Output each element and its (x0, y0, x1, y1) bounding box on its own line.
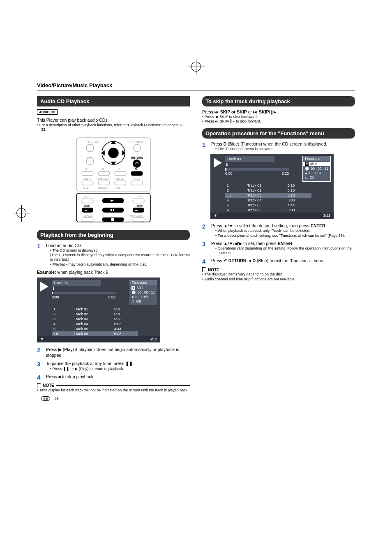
svg-rect-52 (133, 217, 144, 222)
svg-text:(KEY LOCK): (KEY LOCK) (130, 215, 142, 217)
return-icon: ↶ (224, 258, 227, 263)
note-bullet: Audio channel and time skip functions ar… (202, 277, 355, 282)
svg-rect-43 (111, 209, 112, 211)
note-heading: NOTE (37, 383, 190, 388)
svg-text:ENTER: ENTER (109, 152, 118, 155)
functions-panel: Functions T3/12 🕐00 : 00 : 11 ●1 L+R ⊂Of… (303, 156, 330, 181)
svg-text:RETURN: RETURN (131, 156, 143, 159)
note-bullet: Time display for each track will not be … (37, 388, 190, 393)
step-number: 4 (202, 258, 208, 265)
svg-text:C: C (118, 168, 120, 171)
svg-text:REV: REV (84, 195, 89, 198)
skip-bullets: Press ⏮ SKIP to skip backward. Press ⏭ S… (202, 115, 355, 124)
audio-icon: ● (305, 171, 307, 175)
step-1: 1 Load an audio CD. The CD screen is dis… (37, 243, 190, 267)
step-text: To pause the playback at any time, press… (46, 361, 134, 366)
right-column: To skip the track during playback Press … (202, 96, 355, 393)
svg-point-3 (86, 144, 94, 152)
sub-paren: (The CD screen is displayed only when a … (46, 253, 190, 262)
step-text: Press ▶ (Play) if playback does not begi… (46, 347, 190, 358)
step-number: 2 (37, 347, 43, 358)
svg-text:FWD: FWD (137, 195, 143, 198)
step-2: 2 Press ▶ (Play) if playback does not be… (37, 347, 190, 358)
sub-bullet: When playback is stopped, only "Track" c… (215, 229, 355, 233)
note-icon (202, 267, 206, 272)
step-3: 3 To pause the playback at any time, pre… (37, 361, 190, 371)
svg-rect-17 (98, 171, 110, 176)
svg-rect-48 (82, 217, 93, 222)
svg-rect-34 (82, 198, 93, 203)
repeat-icon: ⊂ (305, 176, 308, 180)
progress-bar (52, 292, 115, 294)
svg-rect-25 (98, 181, 110, 185)
svg-point-4 (133, 144, 141, 152)
svg-text:FUNCTION: FUNCTION (129, 141, 143, 143)
track-list: 1Track 015:16 2Track 025:10 ♪3Track 035:… (210, 182, 334, 213)
note-bullets: Time display for each track will not be … (37, 388, 190, 393)
svg-rect-27 (131, 181, 143, 185)
play-icon (214, 158, 222, 168)
step-text: Press ■ to stop playback. (46, 374, 190, 381)
svg-text:REPLAY: REPLAY (83, 215, 92, 217)
track-list: 1Track 015:16 2Track 025:10 3Track 035:2… (37, 306, 160, 336)
left-column: Audio CD Playback AUDIO CD This Player c… (37, 96, 190, 393)
skip-bullet: Press ⏭ SKIP/❙▸ to skip forward. (202, 119, 355, 124)
step-number: 1 (37, 243, 43, 267)
note-bullets: The displayed items vary depending on th… (202, 272, 355, 282)
svg-text:SKIP: SKIP (137, 205, 143, 207)
repeat-icon: ⊂ (131, 299, 135, 303)
badge-audio-cd: AUDIO CD (37, 109, 58, 115)
svg-text:EXIT: EXIT (87, 156, 93, 159)
svg-text:SKIP: SKIP (84, 205, 90, 207)
svg-rect-45 (133, 208, 144, 213)
note-heading: NOTE (202, 267, 355, 272)
heading-playback-from-beginning: Playback from the beginning (37, 230, 190, 240)
time-total: 5:23 (281, 171, 289, 176)
svg-text:⏭: ⏭ (135, 209, 138, 212)
functions-header: Functions (129, 280, 157, 285)
step-number: 2 (202, 223, 208, 238)
intro-bullet: For a description of other playback func… (37, 123, 190, 132)
sub-bullet: Playback may begin automatically, depend… (50, 262, 190, 267)
functions-panel: Functions T6/12 🕐00 : 00 : 11 ●1 L+R ⊂Of… (129, 280, 157, 305)
example-line: Example: when playing back Track 6 (37, 269, 190, 275)
svg-rect-26 (115, 181, 126, 185)
heading-skip-track: To skip the track during playback (202, 96, 355, 106)
time-total: 5:08 (108, 295, 115, 299)
sub-bullet: For a description of each setting, see "… (215, 234, 355, 238)
step-3r: 3 Press ▲/▼/◀/▶ to set, then press ENTER… (202, 240, 355, 256)
heading-functions-menu: Operation procedure for the "Functions" … (202, 128, 355, 139)
sub-bullet: Operations vary depending on the setting… (215, 246, 355, 256)
time-elapsed: 0:00 (52, 295, 59, 299)
svg-text:A: A (85, 168, 88, 171)
step-text: Load an audio CD. (46, 243, 82, 248)
svg-rect-19 (131, 171, 143, 176)
note-icon (37, 383, 41, 388)
current-track-name: Track 06 (52, 280, 101, 286)
page-indicator: 6/12 (150, 337, 157, 341)
heading-audio-cd-playback: Audio CD Playback (37, 96, 190, 106)
region-badge: GB (41, 396, 50, 401)
svg-text:B: B (102, 168, 104, 171)
svg-rect-44 (113, 209, 114, 211)
two-column-layout: Audio CD Playback AUDIO CD This Player c… (37, 96, 355, 393)
functions-header: Functions (303, 156, 330, 161)
sub-bullet: The "Functions" menu is activated. (215, 147, 355, 151)
skip-bullet: Press ⏮ SKIP to skip backward. (202, 115, 355, 119)
page-number: 28 (55, 397, 59, 401)
svg-text:DISPLAY: DISPLAY (87, 141, 99, 143)
note-bullet: The displayed items vary depending on th… (202, 272, 355, 277)
svg-rect-40 (82, 208, 93, 213)
page-footer: GB - 28 (41, 396, 59, 401)
svg-text:SUBTITLE: SUBTITLE (97, 178, 109, 180)
step-2r: 2 Press ▲/▼ to select the desired settin… (202, 223, 355, 238)
sub-bullet: Press ❚❚ or ▶ (Play) to return to playba… (50, 367, 190, 371)
svg-text:D: D (135, 168, 137, 171)
skip-instruction: Press ⏮ SKIP or SKIP or ⏭ SKIP/❙▸. (202, 109, 355, 115)
remote-control-illustration: DISPLAY FUNCTION ENTER EXIT RETURN A B (74, 136, 152, 224)
step-4: 4 Press ■ to stop playback. (37, 374, 190, 381)
svg-rect-24 (82, 181, 93, 185)
step-number: 3 (202, 240, 208, 256)
current-track-name: Track 03 (225, 156, 274, 162)
divider (37, 90, 355, 90)
